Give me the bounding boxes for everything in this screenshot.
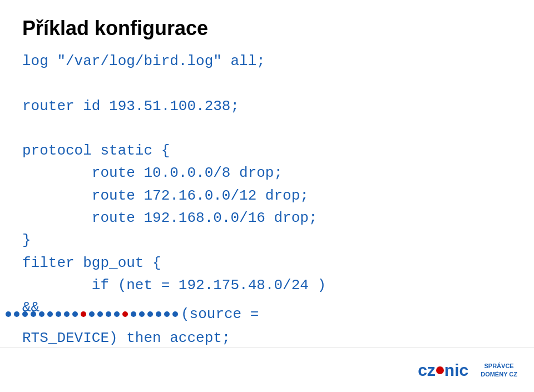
- code-line-blank2: [22, 117, 512, 140]
- dot-blue-12: [106, 311, 111, 317]
- source-text: (source =: [181, 306, 259, 322]
- code-line-8: route 192.168.0.0/16 drop;: [22, 207, 512, 229]
- dot-blue-7: [56, 311, 61, 317]
- bottom-bar: cz nic SPRÁVCE DOMÉNY CZ: [0, 348, 534, 392]
- code-block: log "/var/log/bird.log" all; router id 1…: [22, 50, 512, 319]
- dot-red-2: [122, 311, 128, 317]
- cznic-tagline: SPRÁVCE DOMÉNY CZ: [481, 362, 517, 378]
- dot-blue-9: [72, 311, 78, 317]
- code-line-10: filter bgp_out {: [22, 252, 512, 274]
- dot-blue-8: [64, 311, 70, 317]
- dot-blue-4: [31, 311, 36, 317]
- page-title: Příklad konfigurace: [22, 17, 512, 40]
- code-line-5: protocol static {: [22, 140, 512, 162]
- cznic-tagline-line2: DOMÉNY CZ: [481, 370, 517, 378]
- code-line-6: route 10.0.0.0/8 drop;: [22, 162, 512, 184]
- cznic-logo: cz nic SPRÁVCE DOMÉNY CZ: [418, 361, 517, 380]
- dot-blue-14: [131, 311, 136, 317]
- dot-blue-17: [156, 311, 161, 317]
- main-content: Příklad konfigurace log "/var/log/bird.l…: [0, 0, 534, 330]
- dot-blue-19: [172, 311, 178, 317]
- dot-blue-5: [39, 311, 44, 317]
- dot-blue-10: [89, 311, 95, 317]
- code-line-7: route 172.16.0.0/12 drop;: [22, 185, 512, 207]
- dot-red-1: [81, 311, 86, 317]
- dot-blue-3: [22, 311, 28, 317]
- last-code-line: RTS_DEVICE) then accept;: [22, 330, 230, 346]
- cznic-brand: cz nic: [418, 361, 468, 380]
- cznic-nic-text: nic: [444, 361, 468, 380]
- code-line-1: log "/var/log/bird.log" all;: [22, 50, 512, 72]
- code-line-11: if (net = 192.175.48.0/24 ): [22, 274, 512, 296]
- cznic-dot-icon: [436, 366, 444, 374]
- dot-blue-2: [14, 311, 19, 317]
- dot-blue-15: [139, 311, 145, 317]
- code-line-blank1: [22, 72, 512, 95]
- dot-blue-18: [164, 311, 170, 317]
- cznic-tagline-line1: SPRÁVCE: [484, 362, 514, 370]
- dot-blue-1: [6, 311, 11, 317]
- code-line-9: }: [22, 229, 512, 251]
- dots-area: [0, 311, 178, 317]
- dots-source-line: (source =: [0, 303, 389, 325]
- dot-blue-6: [47, 311, 53, 317]
- dot-blue-11: [97, 311, 103, 317]
- dot-blue-16: [147, 311, 153, 317]
- code-line-3: router id 193.51.100.238;: [22, 95, 512, 117]
- cznic-cz-text: cz: [418, 361, 436, 380]
- dot-blue-13: [114, 311, 120, 317]
